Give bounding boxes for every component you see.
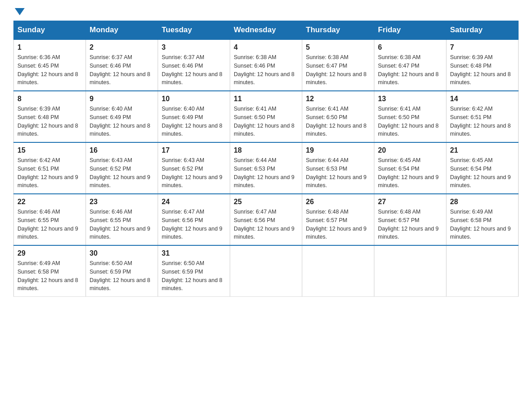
calendar-day-cell [374, 245, 446, 297]
calendar-day-cell: 18Sunrise: 6:44 AMSunset: 6:53 PMDayligh… [230, 142, 302, 194]
day-number: 31 [162, 249, 226, 257]
day-info: Sunrise: 6:45 AMSunset: 6:54 PMDaylight:… [450, 156, 515, 190]
day-info: Sunrise: 6:48 AMSunset: 6:57 PMDaylight:… [378, 208, 442, 241]
calendar-day-cell: 28Sunrise: 6:49 AMSunset: 6:58 PMDayligh… [446, 194, 519, 245]
day-number: 30 [90, 249, 154, 257]
day-number: 15 [17, 146, 82, 154]
day-number: 9 [90, 95, 154, 103]
calendar-header: SundayMondayTuesdayWednesdayThursdayFrid… [14, 21, 519, 40]
day-info: Sunrise: 6:38 AMSunset: 6:46 PMDaylight:… [234, 53, 298, 87]
day-of-week-header: Sunday [14, 21, 86, 40]
day-number: 29 [17, 249, 82, 257]
day-number: 2 [90, 43, 154, 51]
calendar-day-cell: 26Sunrise: 6:48 AMSunset: 6:57 PMDayligh… [302, 194, 374, 245]
day-number: 5 [306, 43, 370, 51]
calendar-week-row: 29Sunrise: 6:49 AMSunset: 6:58 PMDayligh… [14, 245, 519, 297]
day-number: 22 [17, 198, 82, 206]
day-number: 21 [450, 146, 515, 154]
day-info: Sunrise: 6:41 AMSunset: 6:50 PMDaylight:… [378, 105, 442, 138]
calendar-day-cell: 21Sunrise: 6:45 AMSunset: 6:54 PMDayligh… [446, 142, 519, 194]
day-number: 26 [306, 198, 370, 206]
calendar-day-cell: 8Sunrise: 6:39 AMSunset: 6:48 PMDaylight… [14, 91, 86, 142]
day-number: 7 [450, 43, 515, 51]
day-number: 17 [162, 146, 226, 154]
day-info: Sunrise: 6:38 AMSunset: 6:47 PMDaylight:… [306, 53, 370, 87]
day-of-week-header: Friday [374, 21, 446, 40]
day-number: 10 [162, 95, 226, 103]
calendar-day-cell: 23Sunrise: 6:46 AMSunset: 6:55 PMDayligh… [86, 194, 158, 245]
day-info: Sunrise: 6:46 AMSunset: 6:55 PMDaylight:… [17, 208, 82, 241]
calendar-day-cell: 6Sunrise: 6:38 AMSunset: 6:47 PMDaylight… [374, 39, 446, 91]
calendar-day-cell: 16Sunrise: 6:43 AMSunset: 6:52 PMDayligh… [86, 142, 158, 194]
day-info: Sunrise: 6:37 AMSunset: 6:46 PMDaylight:… [162, 53, 226, 87]
calendar-day-cell: 22Sunrise: 6:46 AMSunset: 6:55 PMDayligh… [14, 194, 86, 245]
calendar-week-row: 15Sunrise: 6:42 AMSunset: 6:51 PMDayligh… [14, 142, 519, 194]
day-number: 14 [450, 95, 515, 103]
day-number: 28 [450, 198, 515, 206]
calendar-day-cell: 27Sunrise: 6:48 AMSunset: 6:57 PMDayligh… [374, 194, 446, 245]
day-of-week-header: Thursday [302, 21, 374, 40]
day-number: 12 [306, 95, 370, 103]
day-info: Sunrise: 6:43 AMSunset: 6:52 PMDaylight:… [90, 156, 154, 190]
day-info: Sunrise: 6:46 AMSunset: 6:55 PMDaylight:… [90, 208, 154, 241]
day-number: 19 [306, 146, 370, 154]
calendar-body: 1Sunrise: 6:36 AMSunset: 6:45 PMDaylight… [14, 39, 519, 297]
page-header [13, 9, 519, 16]
day-info: Sunrise: 6:41 AMSunset: 6:50 PMDaylight:… [234, 105, 298, 138]
calendar-day-cell: 30Sunrise: 6:50 AMSunset: 6:59 PMDayligh… [86, 245, 158, 297]
day-info: Sunrise: 6:49 AMSunset: 6:58 PMDaylight:… [17, 259, 82, 293]
day-info: Sunrise: 6:50 AMSunset: 6:59 PMDaylight:… [90, 259, 154, 293]
day-info: Sunrise: 6:50 AMSunset: 6:59 PMDaylight:… [162, 259, 226, 293]
day-of-week-header: Tuesday [158, 21, 230, 40]
calendar-day-cell: 17Sunrise: 6:43 AMSunset: 6:52 PMDayligh… [158, 142, 230, 194]
calendar-day-cell: 2Sunrise: 6:37 AMSunset: 6:46 PMDaylight… [86, 39, 158, 91]
calendar-day-cell: 11Sunrise: 6:41 AMSunset: 6:50 PMDayligh… [230, 91, 302, 142]
day-info: Sunrise: 6:38 AMSunset: 6:47 PMDaylight:… [378, 53, 442, 87]
day-info: Sunrise: 6:43 AMSunset: 6:52 PMDaylight:… [162, 156, 226, 190]
calendar-day-cell: 4Sunrise: 6:38 AMSunset: 6:46 PMDaylight… [230, 39, 302, 91]
day-header-row: SundayMondayTuesdayWednesdayThursdayFrid… [14, 21, 519, 40]
day-info: Sunrise: 6:48 AMSunset: 6:57 PMDaylight:… [306, 208, 370, 241]
calendar-table: SundayMondayTuesdayWednesdayThursdayFrid… [13, 21, 519, 297]
calendar-day-cell [302, 245, 374, 297]
day-info: Sunrise: 6:36 AMSunset: 6:45 PMDaylight:… [17, 53, 82, 87]
day-number: 16 [90, 146, 154, 154]
calendar-day-cell: 5Sunrise: 6:38 AMSunset: 6:47 PMDaylight… [302, 39, 374, 91]
day-info: Sunrise: 6:44 AMSunset: 6:53 PMDaylight:… [234, 156, 298, 190]
day-info: Sunrise: 6:39 AMSunset: 6:48 PMDaylight:… [17, 105, 82, 138]
day-number: 24 [162, 198, 226, 206]
day-number: 6 [378, 43, 442, 51]
calendar-day-cell: 7Sunrise: 6:39 AMSunset: 6:48 PMDaylight… [446, 39, 519, 91]
day-number: 11 [234, 95, 298, 103]
day-number: 8 [17, 95, 82, 103]
calendar-day-cell: 24Sunrise: 6:47 AMSunset: 6:56 PMDayligh… [158, 194, 230, 245]
day-info: Sunrise: 6:42 AMSunset: 6:51 PMDaylight:… [450, 105, 515, 138]
calendar-week-row: 1Sunrise: 6:36 AMSunset: 6:45 PMDaylight… [14, 39, 519, 91]
day-info: Sunrise: 6:40 AMSunset: 6:49 PMDaylight:… [90, 105, 154, 138]
logo-line1 [13, 9, 25, 16]
day-of-week-header: Wednesday [230, 21, 302, 40]
day-of-week-header: Monday [86, 21, 158, 40]
day-info: Sunrise: 6:44 AMSunset: 6:53 PMDaylight:… [306, 156, 370, 190]
day-number: 3 [162, 43, 226, 51]
day-number: 23 [90, 198, 154, 206]
day-info: Sunrise: 6:49 AMSunset: 6:58 PMDaylight:… [450, 208, 515, 241]
day-number: 25 [234, 198, 298, 206]
calendar-day-cell: 31Sunrise: 6:50 AMSunset: 6:59 PMDayligh… [158, 245, 230, 297]
day-info: Sunrise: 6:47 AMSunset: 6:56 PMDaylight:… [162, 208, 226, 241]
calendar-day-cell: 19Sunrise: 6:44 AMSunset: 6:53 PMDayligh… [302, 142, 374, 194]
day-number: 13 [378, 95, 442, 103]
calendar-day-cell: 25Sunrise: 6:47 AMSunset: 6:56 PMDayligh… [230, 194, 302, 245]
calendar-day-cell: 10Sunrise: 6:40 AMSunset: 6:49 PMDayligh… [158, 91, 230, 142]
calendar-day-cell: 29Sunrise: 6:49 AMSunset: 6:58 PMDayligh… [14, 245, 86, 297]
day-number: 27 [378, 198, 442, 206]
calendar-day-cell: 13Sunrise: 6:41 AMSunset: 6:50 PMDayligh… [374, 91, 446, 142]
day-info: Sunrise: 6:40 AMSunset: 6:49 PMDaylight:… [162, 105, 226, 138]
day-number: 4 [234, 43, 298, 51]
day-number: 1 [17, 43, 82, 51]
day-info: Sunrise: 6:42 AMSunset: 6:51 PMDaylight:… [17, 156, 82, 190]
day-info: Sunrise: 6:47 AMSunset: 6:56 PMDaylight:… [234, 208, 298, 241]
calendar-day-cell: 1Sunrise: 6:36 AMSunset: 6:45 PMDaylight… [14, 39, 86, 91]
calendar-day-cell: 20Sunrise: 6:45 AMSunset: 6:54 PMDayligh… [374, 142, 446, 194]
day-of-week-header: Saturday [446, 21, 519, 40]
